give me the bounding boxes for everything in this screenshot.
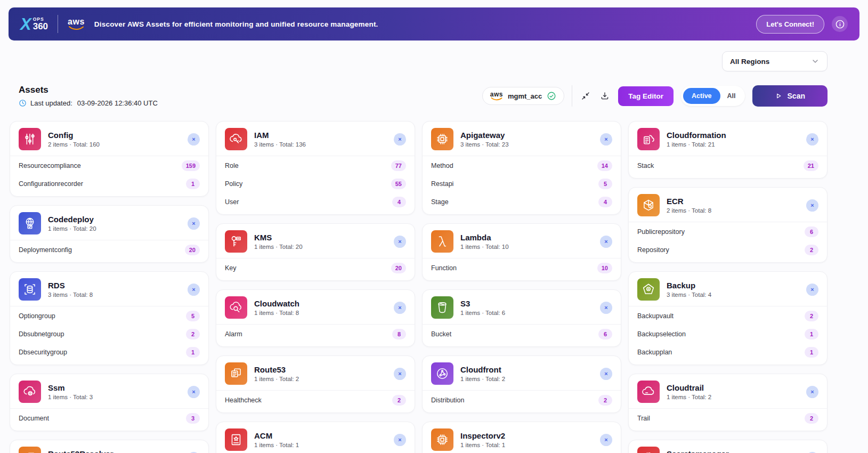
close-icon[interactable]: ×	[188, 133, 200, 145]
close-icon[interactable]: ×	[188, 217, 200, 230]
service-card-inspectorv2: Inspectorv21 items · Total: 1×	[422, 422, 621, 453]
close-icon[interactable]: ×	[394, 236, 406, 248]
service-title: Cloudwatch	[254, 299, 387, 309]
card-divider	[216, 324, 415, 325]
close-icon[interactable]: ×	[600, 236, 612, 248]
close-icon[interactable]: ×	[188, 284, 200, 296]
info-icon[interactable]	[832, 16, 848, 32]
list-item[interactable]: Policy55	[225, 175, 406, 193]
item-label: Configurationrecorder	[19, 180, 83, 188]
aws-logo-small: aws	[490, 91, 503, 101]
item-label: Resourcecompliance	[19, 162, 81, 169]
item-label: Repository	[637, 246, 669, 254]
chevron-down-icon	[811, 57, 820, 66]
count-badge: 1	[805, 347, 818, 358]
card-divider	[216, 258, 415, 258]
close-icon[interactable]: ×	[394, 434, 406, 446]
list-item[interactable]: Restapi5	[431, 175, 612, 193]
count-badge: 1	[186, 347, 200, 358]
card-divider	[423, 390, 621, 391]
list-item[interactable]: Deploymentconfig20	[19, 241, 200, 259]
list-item[interactable]: Backupvault2	[637, 307, 818, 325]
chip-icon	[431, 428, 453, 451]
toggle-all[interactable]: All	[720, 88, 743, 104]
list-item[interactable]: Alarm8	[225, 325, 406, 343]
service-title: ECR	[667, 197, 799, 207]
certificate-icon	[225, 428, 247, 451]
account-selector[interactable]: aws mgmt_acc	[482, 87, 565, 105]
cloud-doc-icon	[637, 128, 660, 150]
close-icon[interactable]: ×	[806, 386, 818, 398]
list-item[interactable]: Optiongroup5	[19, 307, 200, 325]
tag-editor-button[interactable]: Tag Editor	[618, 86, 674, 106]
region-selector[interactable]: All Regions	[722, 51, 828, 71]
list-item[interactable]: Backupplan1	[637, 343, 818, 361]
close-icon[interactable]: ×	[188, 386, 200, 398]
count-badge: 8	[392, 329, 406, 339]
list-item[interactable]: Publicrepository6	[637, 223, 818, 241]
service-subtitle: 1 items · Total: 3	[48, 394, 181, 400]
list-item[interactable]: Dbsecuritygroup1	[19, 343, 200, 361]
count-badge: 3	[186, 413, 200, 424]
toggle-active[interactable]: Active	[683, 88, 720, 104]
service-subtitle: 3 items · Total: 23	[460, 141, 593, 148]
top-banner: X OPS 360 aws Discover AWS Assets for ef…	[9, 7, 859, 41]
cards-column: Config2 items · Total: 160×Resourcecompl…	[10, 121, 209, 453]
service-card-secretsmanager: Secretsmanager1 items · Total: 1×	[628, 440, 828, 453]
service-subtitle: 1 items · Total: 20	[48, 225, 181, 232]
list-item[interactable]: Backupselection1	[637, 325, 818, 343]
list-item[interactable]: Repository2	[637, 241, 818, 259]
item-label: Bucket	[431, 330, 451, 338]
service-card-s3: S31 items · Total: 6×Bucket6	[422, 289, 621, 347]
scan-button[interactable]: Scan	[752, 85, 828, 107]
list-item[interactable]: Trail2	[637, 409, 818, 427]
list-item[interactable]: Configurationrecorder1	[19, 175, 200, 193]
list-item[interactable]: Resourcecompliance159	[19, 157, 200, 175]
card-divider	[629, 156, 827, 156]
count-badge: 1	[805, 329, 818, 339]
cards-column: Apigateway3 items · Total: 23×Method14Re…	[422, 121, 621, 453]
list-item[interactable]: Distribution2	[431, 391, 612, 409]
close-icon[interactable]: ×	[394, 133, 406, 145]
list-item[interactable]: Method14	[431, 157, 612, 175]
list-item[interactable]: Function10	[431, 259, 612, 277]
close-icon[interactable]: ×	[806, 199, 818, 212]
close-icon[interactable]: ×	[600, 302, 612, 314]
count-badge: 20	[391, 263, 406, 273]
item-label: Deploymentconfig	[19, 246, 72, 254]
collapse-icon[interactable]	[580, 90, 591, 102]
chip-layers-icon	[225, 362, 247, 385]
service-card-cloudwatch: Cloudwatch1 items · Total: 8×Alarm8	[216, 289, 415, 347]
service-card-cloudtrail: Cloudtrail1 items · Total: 2×Trail2	[628, 374, 828, 431]
list-item[interactable]: Healthcheck2	[225, 391, 406, 409]
close-icon[interactable]: ×	[394, 302, 406, 314]
list-item[interactable]: Document3	[19, 409, 200, 427]
list-item[interactable]: Key20	[225, 259, 406, 277]
key-icon	[225, 230, 247, 253]
service-title: Config	[48, 131, 181, 141]
item-label: User	[225, 198, 239, 206]
lets-connect-button[interactable]: Let's Connect!	[756, 15, 824, 34]
toolbar-divider	[572, 85, 572, 107]
close-icon[interactable]: ×	[600, 133, 612, 145]
download-icon[interactable]	[599, 90, 611, 102]
list-item[interactable]: Bucket6	[431, 325, 612, 343]
banner-tagline: Discover AWS Assets for efficient monito…	[94, 20, 378, 28]
aws-logo: aws	[68, 18, 85, 30]
list-item[interactable]: User4	[225, 193, 406, 211]
close-icon[interactable]: ×	[600, 368, 612, 380]
item-label: Restapi	[431, 180, 453, 188]
close-icon[interactable]: ×	[600, 434, 612, 446]
close-icon[interactable]: ×	[806, 133, 818, 145]
list-item[interactable]: Stage4	[431, 193, 612, 211]
list-item[interactable]: Role77	[225, 157, 406, 175]
list-item[interactable]: Stack21	[637, 157, 818, 175]
card-divider	[10, 240, 208, 240]
close-icon[interactable]: ×	[394, 368, 406, 380]
card-divider	[216, 156, 415, 156]
card-divider	[10, 156, 208, 156]
count-badge: 55	[391, 179, 406, 189]
bucket-icon	[431, 296, 453, 319]
close-icon[interactable]: ×	[806, 284, 818, 296]
list-item[interactable]: Dbsubnetgroup2	[19, 325, 200, 343]
